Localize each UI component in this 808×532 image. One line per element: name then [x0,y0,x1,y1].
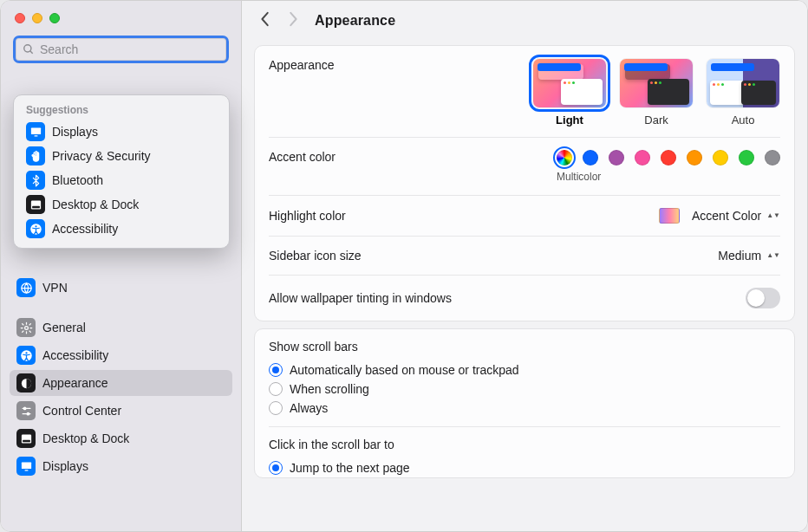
svg-rect-20 [24,470,28,470]
svg-point-14 [23,407,26,410]
highlight-color-label: Highlight color [269,209,346,223]
svg-point-9 [24,326,28,329]
suggestion-item-accessibility[interactable]: Accessibility [14,217,229,241]
sidebar-item-label: Control Center [42,404,121,418]
scrollbars-option-0[interactable]: Automatically based on mouse or trackpad [269,360,780,380]
sidebar-icon-size-popup[interactable]: Medium ▲▼ [718,249,780,263]
search-field[interactable] [13,36,229,63]
nav-forward-button[interactable] [287,11,299,29]
sidebar-item-desktop-dock[interactable]: Desktop & Dock [10,425,232,451]
wallpaper-tinting-toggle[interactable] [746,288,780,308]
nav-back-button[interactable] [259,11,271,29]
gear-icon [16,318,36,337]
appearance-option-dark[interactable]: Dark [619,58,694,127]
suggestion-item-privacy-security[interactable]: Privacy & Security [14,144,229,168]
appearance-option-light[interactable]: Light [532,58,607,127]
radio-icon [269,461,283,475]
sidebar-icon-size-row: Sidebar icon size Medium ▲▼ [269,237,780,276]
appearance-label: Appearance [269,58,407,72]
appearance-option-label: Auto [732,114,755,127]
toggle-knob [747,289,765,307]
click-scroll-option-0[interactable]: Jump to the next page [269,458,780,477]
accent-color-label: Accent color [269,150,407,164]
appearance-option-auto[interactable]: Auto [706,58,780,127]
dock-icon [26,195,45,214]
accent-swatch-graphite[interactable] [765,150,780,165]
appearance-icon [16,373,36,393]
accent-swatch-orange[interactable] [687,150,702,165]
svg-rect-5 [32,205,40,208]
accent-swatch-multicolor[interactable] [557,150,572,165]
sidebar: Suggestions DisplaysPrivacy & SecurityBl… [1,1,242,531]
svg-line-1 [30,51,33,54]
popup-arrows-icon: ▲▼ [766,253,780,258]
sidebar-icon-size-label: Sidebar icon size [269,249,362,263]
radio-label: Always [290,401,328,415]
globe-icon [16,278,36,297]
accent-color-row: Accent color Multicolor [269,138,780,196]
radio-icon [269,363,283,377]
sidebar-item-label: General [42,321,86,334]
accent-swatch-yellow[interactable] [713,150,728,165]
sidebar-item-general[interactable]: General [10,315,232,341]
sidebar-item-label: Desktop & Dock [42,431,129,445]
accent-swatch-pink[interactable] [635,150,650,165]
radio-label: Jump to the next page [290,461,410,475]
svg-rect-3 [34,135,37,136]
close-window-button[interactable] [15,13,25,23]
appearance-option-label: Light [556,114,583,127]
scroll-bars-section: Show scroll bars Automatically based on … [269,329,780,418]
suggestion-item-desktop-dock[interactable]: Desktop & Dock [14,192,229,217]
wallpaper-tinting-label: Allow wallpaper tinting in windows [269,291,452,305]
sidebar-item-displays[interactable]: Displays [10,453,232,479]
accent-color-sublabel: Multicolor [557,171,780,183]
display-icon [16,457,36,476]
sidebar-item-vpn[interactable]: VPN [10,275,232,301]
radio-label: When scrolling [290,382,369,396]
suggestion-item-displays[interactable]: Displays [14,120,229,144]
main-pane: Appearance Appearance Light Dark [242,1,807,531]
appearance-option-label: Dark [644,114,668,127]
hand-icon [26,146,45,165]
accent-swatch-blue[interactable] [583,150,598,165]
accent-swatch-red[interactable] [661,150,676,165]
maximize-window-button[interactable] [49,13,60,23]
radio-icon [269,401,283,415]
wallpaper-tinting-row: Allow wallpaper tinting in windows [269,276,780,321]
popup-arrows-icon: ▲▼ [766,213,780,218]
click-scroll-section: Click in the scroll bar to Jump to the n… [269,426,780,477]
highlight-color-popup[interactable]: Accent Color ▲▼ [659,208,780,224]
radio-icon [269,382,283,396]
suggestion-label: Bluetooth [52,173,103,187]
appearance-row: Appearance Light Dark [269,46,780,138]
sidebar-item-label: Accessibility [42,348,108,362]
suggestion-label: Displays [52,125,98,139]
scrollbars-option-2[interactable]: Always [269,399,780,418]
svg-point-11 [25,352,27,354]
sidebar-item-control-center[interactable]: Control Center [10,398,232,424]
search-suggestions: Suggestions DisplaysPrivacy & SecurityBl… [13,94,230,249]
accent-swatch-green[interactable] [739,150,754,165]
suggestion-item-bluetooth[interactable]: Bluetooth [14,168,229,192]
search-input[interactable] [40,42,219,56]
sidebar-icon-size-value: Medium [718,249,761,263]
page-title: Appearance [315,13,395,29]
top-bar: Appearance [242,1,807,38]
svg-point-0 [24,45,31,52]
minimize-window-button[interactable] [32,13,42,23]
accent-swatch-purple[interactable] [609,150,624,165]
scroll-bars-title: Show scroll bars [269,340,780,354]
window-controls [1,1,241,29]
suggestion-label: Privacy & Security [52,149,151,163]
sidebar-item-appearance[interactable]: Appearance [10,370,232,396]
svg-rect-19 [21,462,30,469]
sliders-icon [16,401,36,420]
sidebar-item-label: Displays [42,459,88,473]
svg-rect-2 [30,127,40,134]
sidebar-item-accessibility[interactable]: Accessibility [10,342,232,368]
scrollbars-option-1[interactable]: When scrolling [269,380,780,399]
accessibility-icon [16,346,36,365]
display-icon [26,122,45,141]
dock-icon [16,429,36,448]
highlight-swatch-icon [659,208,680,224]
